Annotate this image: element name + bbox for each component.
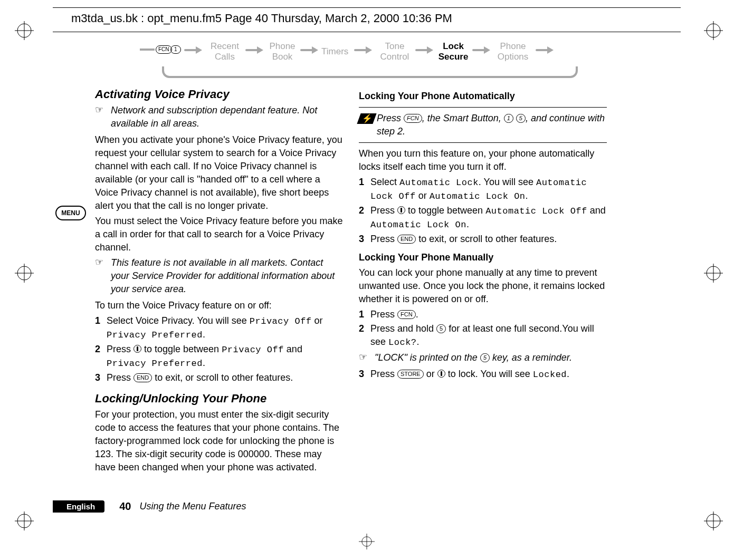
screen-text: Automatic Lock On [370, 220, 466, 230]
loop-connector [162, 66, 578, 78]
one-key-icon: 1 [504, 114, 513, 123]
hand-point-icon: ☞ [95, 104, 111, 115]
arrow-icon [184, 46, 202, 54]
screen-text: Automatic Lock On [430, 191, 526, 201]
list-number: 3 [95, 371, 107, 384]
text: to lock. You will see [445, 369, 533, 379]
crop-mark-icon [359, 534, 375, 549]
hand-point-icon: ☞ [95, 256, 111, 268]
list-number: 1 [95, 314, 107, 342]
list-number: 1 [359, 176, 370, 203]
screen-text: Locked [533, 370, 567, 380]
list-text: Press to toggle between Automatic Lock O… [370, 204, 607, 231]
smart-button-icon [134, 345, 141, 353]
list-item: 2 Press to toggle between Automatic Lock… [359, 204, 607, 231]
text: Select Voice Privacy. You will see [107, 315, 250, 326]
screen-text: Lock? [388, 337, 417, 347]
paragraph: To turn the Voice Privacy feature on or … [95, 299, 343, 312]
subsection-title: Locking Your Phone Automatically [359, 90, 607, 103]
text: Press [107, 344, 134, 354]
text: Press [107, 372, 134, 383]
menu-key-icon: MENU [55, 206, 86, 220]
text: to exit, or scroll to other features. [416, 234, 557, 244]
fcn-key-icon: FCN [156, 45, 172, 54]
one-key-icon: 1 [170, 45, 181, 54]
language-badge: English [53, 500, 104, 513]
breadcrumb-item: Tone Control [376, 41, 413, 62]
arrow-icon [415, 46, 433, 54]
text: . [466, 219, 469, 229]
page-footer: English 40 Using the Menu Features [53, 500, 246, 513]
text: , the Smart Button, [422, 113, 504, 123]
crop-mark-icon [15, 511, 34, 530]
list-number: 2 [359, 322, 370, 349]
text: key, as a reminder. [490, 352, 572, 363]
crop-mark-icon [704, 264, 723, 283]
text: . You will see [479, 177, 536, 187]
text: Press [370, 205, 397, 216]
screen-text: Privacy Off [250, 316, 312, 326]
list-number: 2 [95, 343, 107, 370]
arrow-icon [245, 46, 263, 54]
text: to toggle between [405, 205, 485, 216]
note-text: Network and subscription dependant featu… [111, 104, 343, 130]
end-key-icon: END [134, 373, 152, 382]
flash-icon: ⚡ [359, 113, 375, 124]
text: Press [370, 309, 397, 320]
list-item: 1 Press FCN. [359, 308, 607, 321]
list-text: Press and hold 5 for at least one full s… [370, 322, 607, 349]
paragraph: You must select the Voice Privacy featur… [95, 215, 343, 254]
crop-mark-icon [15, 21, 34, 40]
five-key-icon: 5 [480, 353, 490, 362]
screen-text: Privacy Preferred [107, 359, 203, 369]
breadcrumb-item: Recent Calls [206, 41, 243, 62]
section-title: Activating Voice Privacy [95, 88, 343, 101]
breadcrumb-item-active: Lock Secure [437, 41, 469, 62]
divider [359, 107, 607, 108]
paragraph: For your protection, you must enter the … [95, 408, 343, 474]
crop-mark-icon [704, 511, 723, 530]
store-key-icon: STORE [397, 370, 424, 379]
shortcut-text: Press FCN, the Smart Button, 1 5, and co… [377, 112, 607, 138]
page-number: 40 [119, 500, 131, 513]
column-right: Locking Your Phone Automatically ⚡ Press… [359, 84, 607, 382]
document-header: m3tda_us.bk : opt_menu.fm5 Page 40 Thurs… [71, 12, 452, 25]
text: . [203, 329, 205, 340]
text: . [567, 369, 569, 379]
text: . [526, 190, 528, 201]
paragraph: When you activate your phone's Voice Pri… [95, 133, 343, 213]
text: "LOCK" is printed on the [375, 352, 480, 363]
list-text: Press END to exit, or scroll to other fe… [370, 233, 607, 246]
breadcrumb: FCN 1 Recent Calls Phone Book Timers Ton… [140, 42, 578, 76]
screen-text: Automatic Lock [399, 178, 479, 188]
arrow-icon [536, 46, 554, 54]
list-text: Press FCN. [370, 308, 607, 321]
list-item: 1 Select Automatic Lock. You will see Au… [359, 176, 607, 203]
note-text: "LOCK" is printed on the 5 key, as a rem… [375, 351, 607, 364]
text: . [203, 358, 205, 368]
divider [53, 7, 681, 8]
column-left: Activating Voice Privacy ☞ Network and s… [95, 84, 343, 476]
divider [359, 142, 607, 143]
text: Press [370, 234, 397, 244]
shortcut-note: ⚡ Press FCN, the Smart Button, 1 5, and … [359, 112, 607, 138]
text: . [417, 336, 420, 347]
list-text: Press END to exit, or scroll to other fe… [107, 371, 343, 384]
screen-text: Privacy Off [222, 345, 284, 355]
list-number: 3 [359, 233, 370, 246]
arrow-icon [354, 46, 372, 54]
note-text: This feature is not available in all mar… [111, 256, 343, 296]
page-title: Using the Menu Features [139, 501, 246, 512]
text: and [587, 205, 606, 216]
divider [53, 32, 681, 32]
note: ☞ "LOCK" is printed on the 5 key, as a r… [359, 351, 607, 364]
breadcrumb-item: Phone Options [494, 41, 531, 62]
text: to toggle between [141, 344, 222, 354]
note: ☞ This feature is not available in all m… [95, 256, 343, 296]
text: to exit, or scroll to other features. [152, 372, 293, 383]
text: Press [370, 369, 397, 379]
hand-point-icon: ☞ [359, 351, 375, 363]
subsection-title: Locking Your Phone Manually [359, 251, 607, 264]
arrow-icon [472, 46, 490, 54]
five-key-icon: 5 [436, 324, 446, 333]
